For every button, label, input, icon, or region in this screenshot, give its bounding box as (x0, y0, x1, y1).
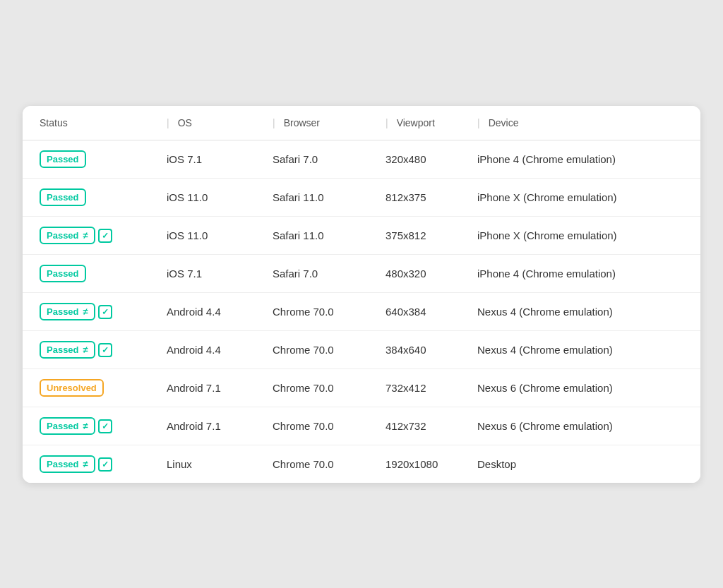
status-cell: Passed (40, 150, 167, 168)
table-row[interactable]: PassediOS 11.0Safari 11.0812x375iPhone X… (23, 179, 700, 217)
device-cell: Nexus 6 (Chrome emulation) (477, 382, 683, 394)
status-badge-label: Passed (47, 268, 79, 279)
device-cell: Nexus 4 (Chrome emulation) (477, 344, 683, 356)
viewport-cell: 480x320 (386, 268, 477, 280)
status-cell: Passed ≠✓ (40, 417, 167, 435)
os-cell: Android 4.4 (167, 344, 273, 356)
status-badge-label: Passed (47, 421, 79, 431)
status-cell: Unresolved (40, 379, 167, 397)
status-badge[interactable]: Unresolved (40, 379, 104, 397)
results-table: Status | OS | Browser | Viewport | Devic… (23, 106, 700, 483)
header-browser-label: Browser (284, 117, 320, 128)
browser-cell: Chrome 70.0 (273, 420, 386, 432)
status-badge-label: Passed (47, 154, 79, 164)
header-device-label: Device (489, 117, 519, 128)
browser-cell: Safari 7.0 (273, 268, 386, 280)
status-cell: Passed ≠✓ (40, 303, 167, 320)
device-cell: iPhone X (Chrome emulation) (477, 191, 683, 203)
header-viewport: | Viewport (386, 117, 477, 128)
table-row[interactable]: Passed ≠✓Android 4.4Chrome 70.0640x384Ne… (23, 293, 700, 331)
viewport-cell: 640x384 (386, 306, 477, 318)
device-cell: iPhone 4 (Chrome emulation) (477, 153, 683, 165)
browser-cell: Chrome 70.0 (273, 306, 386, 318)
status-cell: Passed ≠✓ (40, 227, 167, 244)
os-cell: Android 4.4 (167, 306, 273, 318)
header-status-label: Status (40, 117, 68, 128)
header-device: | Device (477, 117, 683, 128)
header-viewport-divider: | (386, 117, 388, 128)
status-badge[interactable]: Passed ≠ (40, 341, 95, 359)
neq-icon: ≠ (83, 421, 88, 431)
viewport-cell: 412x732 (386, 420, 477, 432)
device-cell: Nexus 4 (Chrome emulation) (477, 306, 683, 318)
status-cell: Passed ≠✓ (40, 455, 167, 473)
neq-icon: ≠ (83, 306, 88, 317)
os-cell: iOS 7.1 (167, 153, 273, 165)
status-badge-label: Passed (47, 230, 79, 241)
viewport-cell: 1920x1080 (386, 458, 477, 470)
table-row[interactable]: Passed ≠✓LinuxChrome 70.01920x1080Deskto… (23, 445, 700, 483)
header-browser-divider: | (273, 117, 275, 128)
os-cell: iOS 7.1 (167, 268, 273, 280)
table-row[interactable]: Passed ≠✓Android 4.4Chrome 70.0384x640Ne… (23, 331, 700, 369)
status-cell: Passed (40, 265, 167, 282)
status-badge-label: Passed (47, 192, 79, 203)
table-header: Status | OS | Browser | Viewport | Devic… (23, 106, 700, 140)
status-badge[interactable]: Passed ≠ (40, 303, 95, 320)
status-badge[interactable]: Passed ≠ (40, 417, 95, 435)
table-body: PassediOS 7.1Safari 7.0320x480iPhone 4 (… (23, 140, 700, 483)
neq-icon: ≠ (83, 344, 88, 355)
status-badge[interactable]: Passed (40, 150, 86, 168)
os-cell: iOS 11.0 (167, 229, 273, 241)
viewport-cell: 384x640 (386, 344, 477, 356)
header-os-divider: | (167, 117, 169, 128)
check-icon[interactable]: ✓ (98, 419, 112, 433)
status-badge-label: Unresolved (47, 383, 97, 393)
device-cell: iPhone 4 (Chrome emulation) (477, 268, 683, 280)
check-icon[interactable]: ✓ (98, 229, 112, 243)
header-viewport-label: Viewport (397, 117, 435, 128)
browser-cell: Chrome 70.0 (273, 382, 386, 394)
browser-cell: Chrome 70.0 (273, 344, 386, 356)
status-badge[interactable]: Passed ≠ (40, 455, 95, 473)
browser-cell: Safari 11.0 (273, 229, 386, 241)
status-badge-label: Passed (47, 306, 79, 317)
browser-cell: Safari 7.0 (273, 153, 386, 165)
table-row[interactable]: Passed ≠✓Android 7.1Chrome 70.0412x732Ne… (23, 407, 700, 445)
header-status: Status (40, 117, 167, 128)
header-os-label: OS (178, 117, 192, 128)
viewport-cell: 375x812 (386, 229, 477, 241)
device-cell: Desktop (477, 458, 683, 470)
device-cell: iPhone X (Chrome emulation) (477, 229, 683, 241)
status-badge[interactable]: Passed ≠ (40, 227, 95, 244)
status-cell: Passed ≠✓ (40, 341, 167, 359)
browser-cell: Safari 11.0 (273, 191, 386, 203)
device-cell: Nexus 6 (Chrome emulation) (477, 420, 683, 432)
os-cell: Linux (167, 458, 273, 470)
table-row[interactable]: Passed ≠✓iOS 11.0Safari 11.0375x812iPhon… (23, 217, 700, 255)
viewport-cell: 812x375 (386, 191, 477, 203)
check-icon[interactable]: ✓ (98, 343, 112, 357)
os-cell: Android 7.1 (167, 382, 273, 394)
header-os: | OS (167, 117, 273, 128)
table-row[interactable]: PassediOS 7.1Safari 7.0320x480iPhone 4 (… (23, 140, 700, 179)
status-badge-label: Passed (47, 459, 79, 469)
status-badge[interactable]: Passed (40, 265, 86, 282)
os-cell: Android 7.1 (167, 420, 273, 432)
viewport-cell: 732x412 (386, 382, 477, 394)
viewport-cell: 320x480 (386, 153, 477, 165)
status-cell: Passed (40, 188, 167, 206)
check-icon[interactable]: ✓ (98, 305, 112, 319)
neq-icon: ≠ (83, 459, 88, 469)
status-badge[interactable]: Passed (40, 188, 86, 206)
neq-icon: ≠ (83, 230, 88, 241)
table-row[interactable]: PassediOS 7.1Safari 7.0480x320iPhone 4 (… (23, 255, 700, 293)
table-row[interactable]: UnresolvedAndroid 7.1Chrome 70.0732x412N… (23, 369, 700, 407)
status-badge-label: Passed (47, 344, 79, 355)
header-browser: | Browser (273, 117, 386, 128)
header-device-divider: | (477, 117, 480, 128)
browser-cell: Chrome 70.0 (273, 458, 386, 470)
os-cell: iOS 11.0 (167, 191, 273, 203)
check-icon[interactable]: ✓ (98, 457, 112, 472)
